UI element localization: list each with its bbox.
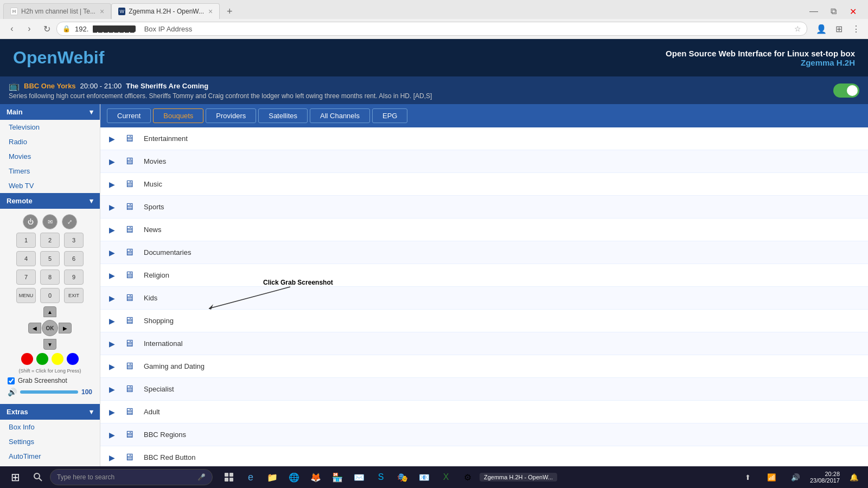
sidebar-extras-header[interactable]: Extras ▾ [0, 404, 100, 420]
bouquet-item-movies[interactable]: ▶ 🖥 Movies [100, 150, 868, 173]
sidebar-main-header[interactable]: Main ▾ [0, 104, 100, 120]
open-app-button[interactable]: Zgemma H.2H - OpenW... [480, 473, 557, 481]
firefox-button[interactable]: 🦊 [306, 467, 326, 487]
bouquet-item-specialist[interactable]: ▶ 🖥 Specialist [100, 378, 868, 401]
forward-button[interactable]: › [22, 21, 37, 36]
menu-icon[interactable]: ⋮ [848, 21, 864, 36]
stream-toggle[interactable] [833, 84, 859, 98]
tab-all-channels[interactable]: All Channels [310, 108, 370, 123]
tab-current[interactable]: Current [107, 108, 151, 123]
remote-btn-0[interactable]: 0 [40, 288, 60, 303]
sidebar-item-settings[interactable]: Settings [0, 434, 100, 449]
refresh-button[interactable]: ↻ [39, 21, 54, 36]
tab-satellites[interactable]: Satellites [258, 108, 308, 123]
skype-button[interactable]: S [371, 467, 391, 487]
remote-btn-7[interactable]: 7 [16, 269, 36, 285]
store-button[interactable]: 🏪 [328, 467, 347, 487]
mail-button[interactable]: ✉️ [349, 467, 369, 487]
tab-providers[interactable]: Providers [206, 108, 256, 123]
remote-btn-9[interactable]: 9 [64, 269, 84, 285]
chrome-button[interactable]: 🌐 [284, 467, 304, 487]
bouquet-item-religion[interactable]: ▶ 🖥 Religion [100, 264, 868, 287]
remote-blue-button[interactable] [67, 353, 79, 365]
excel-button[interactable]: X [436, 467, 456, 487]
remote-green-button[interactable] [36, 353, 48, 365]
tab2-close[interactable]: × [208, 7, 213, 16]
remote-ok-button[interactable]: OK [42, 320, 58, 336]
remote-yellow-button[interactable] [52, 353, 63, 365]
notification-icon[interactable]: ⬆ [738, 467, 758, 487]
task-view-button[interactable] [219, 467, 239, 487]
tab-1[interactable]: H H2h vm channel list | Te... × [3, 3, 111, 19]
start-button[interactable]: ⊞ [4, 468, 26, 486]
bouquet-item-news[interactable]: ▶ 🖥 News [100, 219, 868, 241]
sidebar-extras-label: Extras [7, 408, 28, 416]
edge-button[interactable]: e [241, 467, 260, 487]
notification-center[interactable]: 🔔 [844, 467, 864, 487]
bouquet-item-kids[interactable]: ▶ 🖥 Kids Click Grab Screenshot [100, 287, 868, 310]
extensions-icon[interactable]: ⊞ [831, 21, 846, 36]
screenshot-label[interactable]: Grab Screenshot [18, 377, 67, 384]
sidebar-item-autotimer[interactable]: AutoTimer [0, 449, 100, 464]
sidebar-item-boxinfo[interactable]: Box Info [0, 420, 100, 434]
remote-btn-exit[interactable]: EXIT [64, 288, 84, 303]
tab-bouquets[interactable]: Bouquets [153, 108, 203, 123]
back-button[interactable]: ‹ [4, 21, 20, 36]
address-bar[interactable]: 🔒 192. ████████ Box IP Address ☆ [56, 22, 807, 36]
sidebar-item-radio[interactable]: Radio [0, 134, 100, 149]
email2-button[interactable]: 📧 [414, 467, 434, 487]
tab-epg[interactable]: EPG [372, 108, 407, 123]
bouquet-item-bbc-red[interactable]: ▶ 🖥 BBC Red Button [100, 446, 868, 469]
remote-email-button[interactable]: ✉ [42, 214, 58, 229]
screenshot-row: Grab Screenshot [5, 376, 94, 386]
volume-bar[interactable] [20, 390, 78, 394]
network-icon[interactable]: 📶 [762, 467, 782, 487]
screenshot-checkbox[interactable] [8, 377, 15, 384]
bouquet-item-documentaries[interactable]: ▶ 🖥 Documentaries [100, 241, 868, 264]
remote-btn-menu[interactable]: MENU [16, 288, 36, 303]
remote-left-button[interactable]: ◀ [28, 323, 41, 333]
minimize-button[interactable]: — [806, 4, 821, 19]
tab-2[interactable]: W Zgemma H.2H - OpenW... × [111, 3, 220, 19]
bouquet-item-sports[interactable]: ▶ 🖥 Sports [100, 196, 868, 219]
tv-icon: 📺 [9, 81, 20, 91]
file-explorer-button[interactable]: 📁 [263, 467, 282, 487]
remote-btn-5[interactable]: 5 [40, 251, 60, 266]
taskbar-search[interactable]: Type here to search 🎤 [50, 469, 213, 485]
remote-red-button[interactable] [21, 353, 33, 365]
account-icon[interactable]: 👤 [814, 21, 829, 36]
bouquet-item-shopping[interactable]: ▶ 🖥 Shopping [100, 310, 868, 332]
remote-btn-1[interactable]: 1 [16, 233, 36, 248]
sidebar-item-timers[interactable]: Timers [0, 164, 100, 178]
unknown1-button[interactable]: 🎭 [393, 467, 412, 487]
task-search-button[interactable] [28, 467, 48, 487]
remote-btn-2[interactable]: 2 [40, 233, 60, 248]
bouquet-item-adult[interactable]: ▶ 🖥 Adult [100, 401, 868, 423]
remote-down-button[interactable]: ▼ [43, 339, 56, 350]
tab1-close[interactable]: × [100, 7, 104, 16]
close-button[interactable]: ✕ [845, 4, 860, 19]
bouquet-item-music[interactable]: ▶ 🖥 Music [100, 173, 868, 196]
remote-btn-3[interactable]: 3 [64, 233, 84, 248]
remote-expand-button[interactable]: ⤢ [62, 214, 77, 229]
bouquet-item-international[interactable]: ▶ 🖥 International [100, 332, 868, 355]
bouquet-item-entertainment[interactable]: ▶ 🖥 Entertainment [100, 127, 868, 150]
new-tab-button[interactable]: + [222, 4, 237, 19]
remote-up-button[interactable]: ▲ [43, 306, 56, 317]
bouquet-name: Movies [144, 157, 166, 165]
remote-btn-4[interactable]: 4 [16, 251, 36, 266]
bouquet-item-bbc-regions[interactable]: ▶ 🖥 BBC Regions [100, 423, 868, 446]
sidebar-item-movies[interactable]: Movies [0, 149, 100, 164]
taskbar: ⊞ Type here to search 🎤 e 📁 🌐 🦊 🏪 ✉️ S 🎭… [0, 466, 868, 488]
bouquet-item-gaming[interactable]: ▶ 🖥 Gaming and Dating [100, 355, 868, 378]
sidebar-item-television[interactable]: Television [0, 120, 100, 134]
remote-btn-8[interactable]: 8 [40, 269, 60, 285]
sidebar-remote-header[interactable]: Remote ▾ [0, 193, 100, 209]
sidebar-item-webtv[interactable]: Web TV [0, 178, 100, 193]
remote-power-button[interactable]: ⏻ [23, 214, 38, 229]
remote-right-button[interactable]: ▶ [59, 323, 72, 333]
remote-btn-6[interactable]: 6 [64, 251, 84, 266]
app-button[interactable]: ⚙ [458, 467, 477, 487]
restore-button[interactable]: ⧉ [826, 4, 841, 19]
volume-taskbar-icon[interactable]: 🔊 [786, 467, 806, 487]
